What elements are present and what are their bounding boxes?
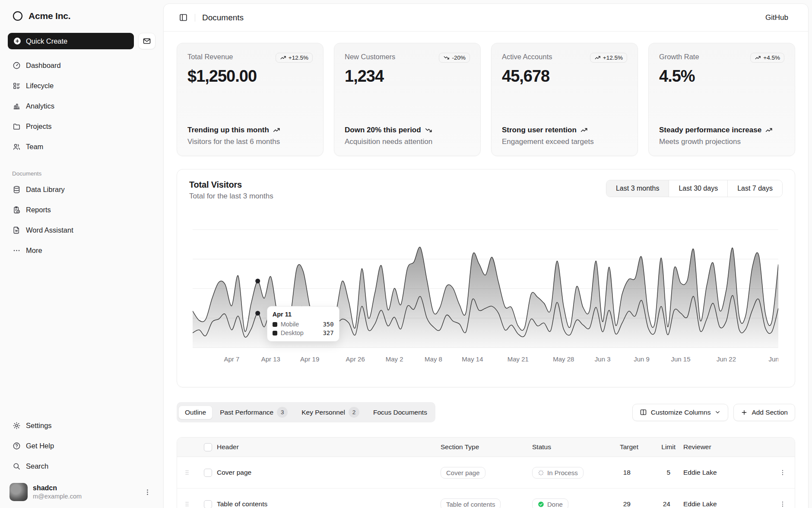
svg-text:Jun 30: Jun 30 [768,355,778,363]
select-all-checkbox[interactable] [204,443,212,451]
tab-past-performance[interactable]: Past Performance 3 [213,404,294,421]
chevron-down-icon [714,409,721,415]
mail-icon [143,37,151,45]
columns-icon [640,409,647,416]
ellipsis-icon [12,246,21,255]
svg-text:Jun 3: Jun 3 [595,355,611,363]
sidebar-footer: Settings Get Help Search [8,417,155,474]
stat-title: Growth Rate [659,53,699,61]
search-icon [12,462,21,470]
stat-card-growth-rate: Growth Rate +4.5% 4.5% Steady performanc… [648,43,795,156]
mail-button[interactable] [138,33,155,49]
customize-columns-button[interactable]: Customize Columns [632,404,729,421]
sidebar-item-dashboard[interactable]: Dashboard [8,57,155,73]
add-section-button[interactable]: Add Section [733,404,795,421]
tab-focus-documents[interactable]: Focus Documents [367,406,434,419]
svg-text:Apr 19: Apr 19 [300,355,319,363]
page-title: Documents [202,13,244,22]
table-row[interactable]: Cover page Cover page In Process 18 5 Ed… [177,457,795,489]
row-reviewer[interactable]: Eddie Lake [682,500,771,508]
svg-text:May 21: May 21 [508,355,529,363]
desktop-series-swatch [273,331,277,335]
table-row[interactable]: Table of contents Table of contents Done… [177,489,795,508]
help-circle-icon [12,442,21,450]
database-icon [12,185,21,194]
col-limit: Limit [642,443,682,451]
status-badge: Done [532,498,568,508]
more-vertical-icon[interactable] [141,486,154,498]
row-menu-button[interactable] [771,501,795,508]
range-last-3-months[interactable]: Last 3 months [606,180,669,197]
row-limit[interactable]: 24 [642,500,682,508]
trending-up-icon [580,126,588,134]
stat-card-total-revenue: Total Revenue +12.5% $1,250.00 Trending … [177,43,324,156]
sidebar-item-settings[interactable]: Settings [8,417,155,434]
sidebar-item-more[interactable]: More [8,242,155,259]
github-link[interactable]: GitHub [765,13,788,22]
stat-line2: Visitors for the last 6 months [187,137,313,146]
tooltip-series-label: Mobile [281,321,299,328]
sidebar-documents-nav: Data Library Reports Word Assistant More [8,181,155,259]
panel-left-icon [179,13,188,22]
sidebar-item-analytics[interactable]: Analytics [8,98,155,114]
stat-card-new-customers: New Customers -20% 1,234 Down 20% this p… [334,43,481,156]
bar-chart-icon [12,102,21,110]
sidebar-item-word-assistant[interactable]: Word Assistant [8,222,155,238]
row-limit[interactable]: 5 [642,469,682,476]
user-name: shadcn [33,484,82,492]
stat-line2: Engagement exceed targets [502,137,627,146]
section-type-badge: Cover page [441,467,485,479]
area-chart[interactable]: Apr 7Apr 13Apr 19Apr 26May 2May 8May 14M… [193,226,780,369]
loader-icon [538,470,544,476]
stat-line1: Strong user retention [502,125,577,135]
more-vertical-icon [779,469,786,476]
drag-handle-icon[interactable] [177,469,197,476]
drag-handle-icon[interactable] [177,501,197,508]
row-reviewer[interactable]: Eddie Lake [682,469,771,476]
tab-count-badge: 2 [349,407,359,418]
sidebar-toggle-button[interactable] [176,10,190,25]
range-last-7-days[interactable]: Last 7 days [727,180,782,197]
brand[interactable]: Acme Inc. [8,8,155,24]
svg-text:Apr 13: Apr 13 [261,355,280,363]
trending-up-icon [280,54,286,61]
row-target[interactable]: 18 [612,469,642,476]
stat-value: 45,678 [502,67,627,86]
sidebar-item-search[interactable]: Search [8,458,155,474]
stat-value: $1,250.00 [187,67,313,86]
quick-create-button[interactable]: Quick Create [8,33,134,49]
trending-down-icon [425,126,432,134]
row-menu-button[interactable] [771,469,795,476]
sidebar-item-team[interactable]: Team [8,138,155,155]
trend-badge: +12.5% [276,53,313,63]
chart-title: Total Visitors [189,180,273,190]
section-type-badge: Table of contents [441,498,501,508]
tab-outline[interactable]: Outline [178,406,213,419]
divider [195,14,195,22]
row-header[interactable]: Table of contents [215,500,439,508]
sidebar-item-get-help[interactable]: Get Help [8,438,155,454]
sidebar-item-reports[interactable]: Reports [8,201,155,218]
svg-text:May 14: May 14 [462,355,483,363]
tooltip-series-label: Desktop [281,329,304,336]
table-header-row: Header Section Type Status Target Limit … [177,438,795,457]
row-checkbox[interactable] [204,500,212,508]
row-target[interactable]: 29 [612,500,642,508]
main-panel: Documents GitHub Total Revenue +12.5% $1… [163,3,809,508]
plus-icon [741,409,748,416]
sidebar-item-projects[interactable]: Projects [8,118,155,134]
logo-icon [12,10,23,22]
svg-text:May 2: May 2 [386,355,403,363]
list-icon [12,82,21,90]
row-header[interactable]: Cover page [215,469,439,476]
user-menu[interactable]: shadcn m@example.com [8,480,155,502]
sidebar-item-lifecycle[interactable]: Lifecycle [8,77,155,94]
row-checkbox[interactable] [204,469,212,477]
range-last-30-days[interactable]: Last 30 days [669,180,727,197]
svg-text:Apr 7: Apr 7 [224,355,239,363]
sidebar-item-data-library[interactable]: Data Library [8,181,155,198]
tab-key-personnel[interactable]: Key Personnel 2 [295,404,366,421]
users-icon [12,143,21,151]
svg-text:Apr 26: Apr 26 [346,355,365,363]
trend-badge: +4.5% [750,53,784,63]
